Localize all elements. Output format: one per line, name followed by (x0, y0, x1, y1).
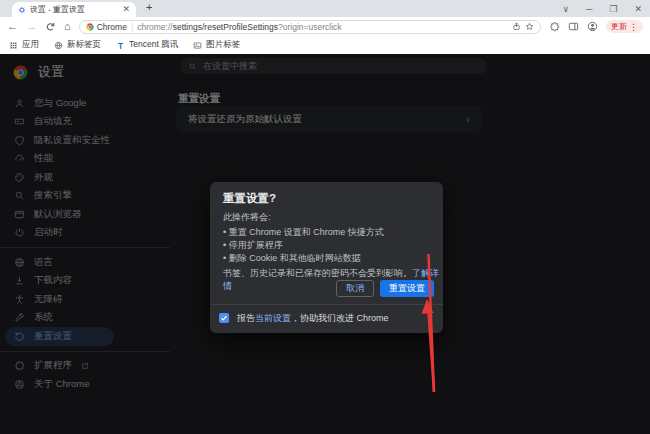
dialog-footer: 报告当前设置，协助我们改进 Chrome (219, 310, 389, 326)
bookmark-item[interactable]: 新标签页 (54, 39, 101, 51)
grid-icon (9, 41, 18, 50)
menu-dots-icon: ⋮ (629, 22, 638, 32)
forward-button[interactable]: → (26, 21, 37, 32)
home-button[interactable]: ⌂ (64, 21, 71, 32)
new-tab-button[interactable]: + (146, 1, 152, 13)
back-button[interactable]: ← (7, 21, 18, 32)
tab-title: 设置 - 重置设置 (30, 4, 118, 15)
dialog-bullet: 停用扩展程序 (223, 239, 384, 252)
share-icon[interactable] (512, 22, 521, 31)
tab-search-icon[interactable]: ∨ (562, 4, 569, 14)
bookmark-item[interactable]: 图片标签 (193, 39, 240, 51)
minimize-button[interactable]: ─ (586, 4, 592, 14)
dialog-bullet: 删除 Cookie 和其他临时网站数据 (223, 252, 384, 265)
profile-avatar-icon[interactable] (587, 21, 598, 32)
dialog-bullet-list: 重置 Chrome 设置和 Chrome 快捷方式停用扩展程序删除 Cookie… (223, 226, 384, 265)
reset-settings-dialog: 重置设置? 此操作将会: 重置 Chrome 设置和 Chrome 快捷方式停用… (210, 182, 443, 333)
browser-window: 设置 - 重置设置 ✕ + ∨ ─ ❐ ✕ ← → ⌂ Chrome | chr… (0, 0, 650, 434)
chrome-badge: Chrome (86, 22, 127, 32)
side-panel-icon[interactable] (568, 21, 579, 32)
bookmark-item[interactable]: 应用 (9, 39, 39, 51)
dialog-actions: 取消 重置设置 (336, 280, 434, 297)
check-icon (220, 314, 228, 322)
reset-settings-button[interactable]: 重置设置 (380, 280, 434, 297)
update-chrome-button[interactable]: 更新 ⋮ (606, 20, 643, 33)
globe-icon (54, 41, 63, 50)
report-settings-checkbox[interactable] (219, 313, 229, 323)
address-bar[interactable]: Chrome | chrome://settings/resetProfileS… (79, 20, 541, 34)
window-close-button[interactable]: ✕ (634, 4, 642, 14)
reload-button[interactable] (45, 21, 56, 32)
tencent-icon (116, 41, 125, 50)
dialog-bullet: 重置 Chrome 设置和 Chrome 快捷方式 (223, 226, 384, 239)
chrome-mini-logo-icon (86, 23, 94, 31)
report-settings-label: 报告当前设置，协助我们改进 Chrome (237, 312, 389, 325)
tab-close-icon[interactable]: ✕ (122, 5, 130, 14)
extensions-puzzle-icon[interactable] (549, 21, 560, 32)
dialog-intro: 此操作将会: (223, 211, 271, 224)
toolbar: ← → ⌂ Chrome | chrome://settings/resetPr… (0, 17, 650, 36)
browser-tab[interactable]: 设置 - 重置设置 ✕ (12, 2, 136, 17)
bookmarks-bar: 应用 新标签页 Tencent 腾讯 图片标签 (0, 36, 650, 54)
bookmark-star-icon[interactable] (525, 22, 534, 31)
omnibox-separator: | (131, 22, 133, 32)
bookmark-item[interactable]: Tencent 腾讯 (116, 39, 178, 51)
maximize-button[interactable]: ❐ (609, 4, 617, 14)
image-icon (193, 41, 202, 50)
current-settings-link[interactable]: 当前设置 (255, 313, 291, 323)
cancel-button[interactable]: 取消 (336, 280, 374, 297)
settings-gear-favicon (18, 6, 26, 14)
dialog-divider (210, 304, 443, 305)
settings-page: 设置 您与 Google 自动填充 隐私设置和安全性 (0, 54, 650, 434)
url-text: chrome://settings/resetProfileSettings?o… (137, 22, 508, 32)
titlebar: 设置 - 重置设置 ✕ + ∨ ─ ❐ ✕ (0, 0, 650, 17)
dialog-title: 重置设置? (223, 191, 276, 206)
